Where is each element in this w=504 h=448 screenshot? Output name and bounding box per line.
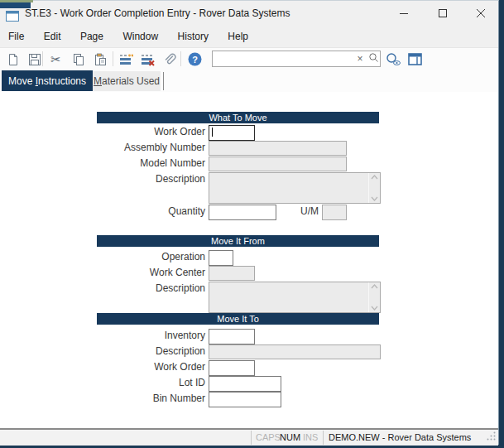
scroll-up-icon: [371, 284, 378, 289]
svg-text:?: ?: [192, 55, 198, 65]
menu-window[interactable]: Window: [115, 26, 166, 47]
textarea-scrollbar: [368, 282, 380, 312]
inventory-label: Inventory: [50, 329, 205, 343]
app-window-icon: [6, 10, 19, 21]
menu-bar: File Edit Page Window History Help: [0, 26, 498, 47]
ins-indicator: INS: [303, 430, 318, 446]
search-input[interactable]: [213, 53, 353, 65]
lot-id-label: Lot ID: [50, 376, 205, 390]
scroll-up-icon: [371, 175, 378, 180]
toolbar-search: ×: [212, 51, 381, 67]
clear-search-icon[interactable]: ×: [353, 52, 367, 65]
menu-history[interactable]: History: [170, 26, 216, 47]
help-button[interactable]: ?: [185, 49, 205, 70]
maximize-icon: [439, 9, 448, 18]
new-document-button[interactable]: [2, 49, 23, 70]
work-center-label: Work Center: [50, 266, 205, 280]
tab-separator: [163, 72, 164, 90]
status-separator: [251, 431, 252, 445]
scroll-down-icon: [371, 306, 378, 311]
close-icon: [476, 8, 486, 18]
tab-move-instructions[interactable]: Move Instructions: [2, 70, 93, 91]
maximize-button[interactable]: [424, 1, 462, 26]
from-description-field: [209, 282, 381, 313]
toolbar-separator: [113, 51, 113, 66]
status-bar: CAPS NUM INS DEMO.NEW - Rover Data Syste…: [0, 430, 498, 446]
to-work-order-input[interactable]: [209, 360, 255, 376]
caps-indicator: CAPS: [256, 430, 281, 446]
paste-icon: [94, 53, 107, 66]
operation-input[interactable]: [209, 250, 233, 266]
menu-page[interactable]: Page: [73, 26, 111, 47]
delete-rows-icon: [141, 53, 155, 66]
from-description-label: Description: [50, 282, 205, 296]
toolbar-separator: [180, 51, 181, 66]
desktop-background-right: [499, 0, 504, 448]
resize-grip[interactable]: [486, 430, 497, 445]
assembly-number-field: [209, 141, 347, 156]
insert-rows-icon: [119, 53, 133, 66]
toolbar: ✂: [0, 47, 498, 71]
to-description-label: Description: [50, 344, 205, 359]
scroll-down-icon: [371, 196, 378, 201]
model-number-label: Model Number: [50, 157, 205, 171]
bin-number-label: Bin Number: [50, 392, 205, 406]
window-layout-button[interactable]: [405, 49, 425, 70]
section-header-move-it-to: Move It To: [97, 313, 379, 325]
copy-icon: [72, 53, 85, 66]
lookup-preview-icon: [386, 52, 401, 67]
menu-edit[interactable]: Edit: [36, 26, 69, 47]
attachment-button[interactable]: [159, 49, 180, 70]
window-title: ST.E3 - Work Order Completion Entry - Ro…: [25, 1, 290, 26]
screen: ST.E3 - Work Order Completion Entry - Ro…: [0, 0, 504, 448]
num-indicator: NUM: [280, 430, 300, 446]
lookup-preview-button[interactable]: [383, 49, 404, 70]
work-center-field: [209, 266, 255, 281]
cut-icon: ✂: [50, 53, 61, 65]
minimize-button[interactable]: [385, 1, 423, 26]
bin-number-input[interactable]: [209, 392, 281, 407]
work-order-label: Work Order: [50, 125, 205, 139]
attachment-icon: [162, 52, 176, 66]
menu-file[interactable]: File: [1, 26, 31, 47]
work-order-input[interactable]: [209, 125, 255, 141]
menu-help[interactable]: Help: [220, 26, 256, 47]
status-message: DEMO.NEW - Rover Data Systems: [329, 430, 471, 446]
to-work-order-label: Work Order: [50, 360, 205, 374]
insert-rows-button[interactable]: [116, 49, 137, 70]
tab-strip: Move Instructions Materials Used: [0, 70, 498, 92]
title-bar: ST.E3 - Work Order Completion Entry - Ro…: [0, 1, 498, 26]
toolbar-separator: [42, 51, 43, 66]
close-button[interactable]: [463, 1, 498, 26]
search-icon[interactable]: [367, 52, 380, 66]
status-separator: [323, 431, 324, 445]
copy-button[interactable]: [68, 49, 89, 70]
new-document-icon: [7, 53, 20, 66]
resize-grip-icon: [486, 431, 497, 441]
quantity-label: Quantity: [50, 205, 205, 219]
paste-button[interactable]: [89, 49, 110, 70]
model-number-field: [209, 157, 347, 171]
section-header-move-it-from: Move It From: [97, 235, 379, 247]
text-caret: [212, 128, 213, 137]
tab-materials-used[interactable]: Materials Used: [93, 71, 161, 91]
quantity-input[interactable]: [209, 205, 276, 220]
window-layout-icon: [408, 53, 422, 65]
lot-id-input[interactable]: [209, 376, 281, 392]
desktop-artifact: [0, 2, 31, 8]
app-window: ST.E3 - Work Order Completion Entry - Ro…: [0, 0, 499, 445]
to-description-field: [209, 344, 381, 359]
minimize-icon: [400, 9, 409, 18]
operation-label: Operation: [50, 250, 205, 264]
what-description-field: [209, 172, 381, 204]
assembly-number-label: Assembly Number: [50, 141, 205, 155]
um-label: U/M: [281, 205, 319, 219]
um-field: [322, 205, 347, 220]
inventory-input[interactable]: [209, 329, 255, 344]
textarea-scrollbar: [368, 173, 380, 203]
save-icon: [28, 53, 41, 66]
cut-button[interactable]: ✂: [46, 49, 66, 70]
help-icon: ?: [188, 52, 202, 66]
section-header-what-to-move: What To Move: [97, 112, 379, 123]
delete-rows-button[interactable]: [137, 49, 158, 70]
